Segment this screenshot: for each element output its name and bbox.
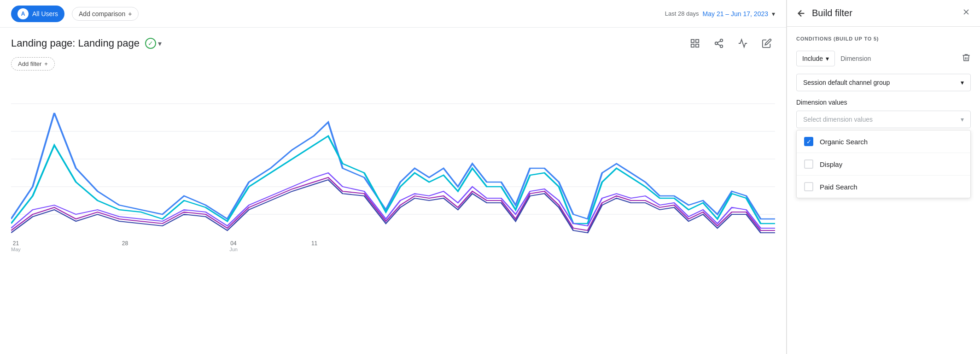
- session-channel-chevron-icon: ▾: [961, 79, 964, 86]
- svg-rect-1: [696, 40, 699, 42]
- date-range-label: Last 28 days: [665, 10, 699, 17]
- list-item-paid-search[interactable]: Paid Search: [797, 176, 970, 198]
- all-users-label: All Users: [32, 10, 58, 18]
- line-chart: [11, 76, 775, 242]
- add-filter-icon: +: [44, 60, 48, 67]
- close-panel-button[interactable]: [962, 7, 971, 19]
- dim-values-placeholder: Select dimension values: [803, 116, 873, 123]
- include-label: Include: [802, 55, 823, 62]
- x-sublabel-jun: Jun: [229, 247, 238, 252]
- add-comparison-button[interactable]: Add comparison +: [72, 7, 139, 21]
- panel-title: Build filter: [812, 8, 852, 18]
- list-item-display[interactable]: Display: [797, 153, 970, 176]
- dim-values-dropdown[interactable]: Select dimension values ▾: [796, 111, 971, 128]
- dim-values-label: Dimension values: [796, 99, 971, 106]
- top-bar: A All Users Add comparison + Last 28 day…: [0, 0, 786, 28]
- add-comparison-icon: +: [128, 10, 132, 18]
- dimension-values-list: ✓ Organic Search Display Paid Search: [796, 130, 971, 198]
- title-chevron-icon: ▾: [158, 39, 162, 48]
- dimension-label: Dimension: [840, 55, 956, 62]
- svg-point-4: [720, 39, 723, 42]
- display-checkbox[interactable]: [804, 159, 813, 169]
- x-sublabel-may: May: [11, 247, 21, 252]
- svg-rect-3: [696, 44, 699, 47]
- x-label-21: 21: [13, 240, 19, 247]
- panel-body: CONDITIONS (BUILD UP TO 5) Include ▾ Dim…: [787, 27, 980, 354]
- insights-icon[interactable]: [735, 35, 751, 52]
- all-users-avatar: A: [18, 8, 29, 19]
- svg-rect-2: [691, 44, 694, 47]
- filter-bar: Add filter +: [0, 55, 786, 76]
- x-label-04: 04: [230, 240, 236, 247]
- date-range-value: May 21 – Jun 17, 2023: [703, 10, 768, 18]
- svg-point-6: [720, 45, 723, 48]
- chart-view-icon[interactable]: [687, 35, 703, 52]
- panel-header: Build filter: [787, 0, 980, 27]
- display-label: Display: [820, 160, 842, 168]
- date-range-selector[interactable]: Last 28 days May 21 – Jun 17, 2023 ▾: [665, 10, 775, 18]
- svg-rect-0: [691, 40, 694, 42]
- condition-row: Include ▾ Dimension: [796, 51, 971, 66]
- add-comparison-label: Add comparison: [79, 10, 125, 18]
- page-toolbar: [687, 35, 775, 52]
- list-item-organic-search[interactable]: ✓ Organic Search: [797, 130, 970, 153]
- back-button[interactable]: [796, 8, 806, 18]
- chart-area: 21 May 28 04 Jun 11: [0, 76, 786, 354]
- page-header: Landing page: Landing page ✓ ▾: [0, 28, 786, 55]
- organic-search-checkbox[interactable]: ✓: [804, 137, 813, 146]
- check-circle-icon: ✓: [145, 38, 156, 49]
- session-channel-dropdown[interactable]: Session default channel group ▾: [796, 74, 971, 91]
- include-button[interactable]: Include ▾: [796, 51, 835, 66]
- session-channel-label: Session default channel group: [803, 79, 890, 86]
- all-users-button[interactable]: A All Users: [11, 6, 64, 22]
- add-filter-button[interactable]: Add filter +: [11, 57, 55, 71]
- main-area: A All Users Add comparison + Last 28 day…: [0, 0, 787, 354]
- x-label-11: 11: [311, 240, 317, 247]
- paid-search-label: Paid Search: [820, 183, 858, 191]
- organic-search-label: Organic Search: [820, 138, 868, 146]
- svg-point-5: [715, 42, 718, 45]
- conditions-label: CONDITIONS (BUILD UP TO 5): [796, 36, 971, 41]
- title-check-area[interactable]: ✓ ▾: [145, 38, 162, 49]
- x-label-28: 28: [122, 240, 128, 247]
- dim-values-chevron-icon: ▾: [961, 116, 964, 123]
- delete-condition-button[interactable]: [962, 53, 971, 65]
- edit-icon[interactable]: [758, 35, 775, 52]
- paid-search-checkbox[interactable]: [804, 182, 813, 191]
- include-chevron-icon: ▾: [826, 55, 829, 62]
- top-bar-left: A All Users Add comparison +: [11, 6, 139, 22]
- add-filter-label: Add filter: [18, 60, 41, 67]
- share-icon[interactable]: [711, 35, 727, 52]
- page-title-area: Landing page: Landing page ✓ ▾: [11, 37, 162, 49]
- date-range-chevron-icon: ▾: [772, 10, 775, 18]
- page-title: Landing page: Landing page: [11, 37, 140, 49]
- svg-line-7: [718, 44, 720, 46]
- svg-line-8: [718, 41, 720, 43]
- right-panel: Build filter CONDITIONS (BUILD UP TO 5) …: [787, 0, 980, 354]
